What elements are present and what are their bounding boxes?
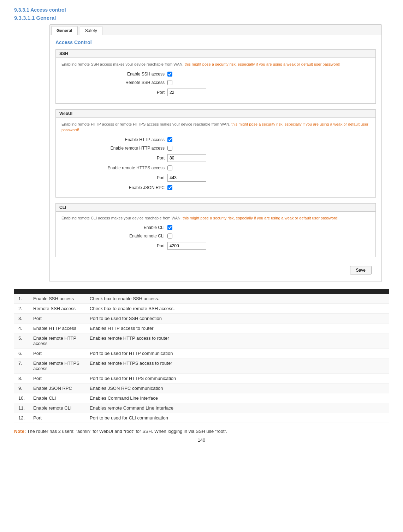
cli-port-input[interactable] (167, 242, 206, 250)
table-col3-header (85, 289, 389, 294)
ssh-enable-ssh-label: Enable SSH access (104, 72, 167, 77)
ssh-enable-ssh-row: Enable SSH access (61, 72, 370, 77)
table-row: 3. Port Port to be used for SSH connecti… (14, 314, 389, 324)
table-cell-name: Enable remote HTTP access (29, 333, 85, 349)
ssh-port-label: Port (104, 90, 167, 95)
description-table: 1. Enable SSH access Check box to enable… (14, 289, 389, 423)
table-cell-name: Enable remote HTTPS access (29, 358, 85, 374)
tab-safety[interactable]: Safety (80, 26, 102, 35)
table-cell-num: 3. (14, 314, 29, 324)
table-cell-name: Enable remote CLI (29, 403, 85, 413)
table-cell-desc: Enables Command Line Interface (85, 393, 389, 403)
webui-section-header: WebUI (56, 110, 375, 118)
webui-warning: Enabling remote HTTP access or remote HT… (61, 121, 370, 133)
cli-section-header: CLI (56, 204, 375, 212)
note-label: Note: (14, 429, 26, 434)
webui-json-rpc-row: Enable JSON RPC (61, 185, 370, 190)
webui-enable-http-label: Enable HTTP access (104, 137, 167, 142)
table-cell-num: 2. (14, 304, 29, 314)
tab-general[interactable]: General (51, 26, 78, 35)
webui-enable-http-checkbox[interactable] (167, 137, 172, 142)
ssh-port-input[interactable] (167, 89, 206, 96)
table-cell-num: 8. (14, 374, 29, 383)
table-cell-name: Enable HTTP access (29, 324, 85, 333)
webui-enable-http-row: Enable HTTP access (61, 137, 370, 142)
table-cell-desc: Port to be used for SSH connection (85, 314, 389, 324)
table-cell-num: 7. (14, 358, 29, 374)
webui-remote-https-row: Enable remote HTTPS access (61, 165, 370, 170)
cli-port-row: Port (61, 242, 370, 250)
save-button[interactable]: Save (350, 266, 372, 274)
tabs-bar: General Safety (50, 25, 381, 35)
webui-warning-normal: Enabling remote HTTP access or remote HT… (61, 122, 231, 126)
webui-json-rpc-checkbox[interactable] (167, 185, 172, 190)
table-cell-desc: Enables HTTP access to router (85, 324, 389, 333)
table-cell-desc: Check box to enable remote SSH access. (85, 304, 389, 314)
sub-heading: 9.3.3.1.1 General (14, 15, 389, 21)
webui-remote-http-checkbox[interactable] (167, 146, 172, 151)
webui-remote-https-checkbox[interactable] (167, 165, 172, 170)
cli-enable-cli-checkbox[interactable] (167, 225, 172, 230)
cli-warning-highlight: this might pose a security risk, especia… (183, 216, 338, 220)
ssh-remote-ssh-row: Remote SSH access (61, 80, 370, 85)
table-cell-name: Remote SSH access (29, 304, 85, 314)
table-row: 10. Enable CLI Enables Command Line Inte… (14, 393, 389, 403)
table-cell-name: Port (29, 374, 85, 383)
table-cell-name: Port (29, 314, 85, 324)
ssh-warning-highlight: this might pose a security risk, especia… (185, 62, 340, 66)
ssh-port-row: Port (61, 89, 370, 96)
table-row: 5. Enable remote HTTP access Enables rem… (14, 333, 389, 349)
table-cell-num: 10. (14, 393, 29, 403)
table-cell-name: Enable JSON RPC (29, 383, 85, 393)
ssh-remote-ssh-checkbox[interactable] (167, 80, 172, 85)
panel-body: Access Control SSH Enabling remote SSH a… (50, 35, 381, 282)
note: Note: The router has 2 users: “admin” fo… (14, 429, 389, 434)
table-cell-desc: Enables JSON RPC communication (85, 383, 389, 393)
webui-json-rpc-label: Enable JSON RPC (104, 185, 167, 190)
table-row: 9. Enable JSON RPC Enables JSON RPC comm… (14, 383, 389, 393)
ssh-section-body: Enabling remote SSH access makes your de… (56, 58, 375, 103)
ssh-warning-normal: Enabling remote SSH access makes your de… (61, 62, 185, 66)
cli-remote-cli-row: Enable remote CLI (61, 234, 370, 238)
cli-port-label: Port (104, 243, 167, 248)
table-cell-num: 12. (14, 413, 29, 423)
cli-warning-normal: Enabling remote CLI access makes your de… (61, 216, 183, 220)
webui-remote-http-row: Enable remote HTTP access (61, 146, 370, 151)
table-row: 12. Port Port to be used for CLI communi… (14, 413, 389, 423)
table-cell-desc: Port to be used for CLI communication (85, 413, 389, 423)
webui-https-port-row: Port (61, 174, 370, 182)
cli-remote-cli-checkbox[interactable] (167, 234, 172, 238)
cli-section: CLI Enabling remote CLI access makes you… (55, 203, 376, 258)
ssh-warning: Enabling remote SSH access makes your de… (61, 61, 370, 67)
table-row: 2. Remote SSH access Check box to enable… (14, 304, 389, 314)
cli-warning: Enabling remote CLI access makes your de… (61, 215, 370, 221)
table-col2-header (29, 289, 85, 294)
table-cell-num: 9. (14, 383, 29, 393)
webui-remote-http-label: Enable remote HTTP access (104, 146, 167, 151)
table-row: 11. Enable remote CLI Enables remote Com… (14, 403, 389, 413)
access-control-title: Access Control (55, 40, 376, 45)
ssh-section-header: SSH (56, 50, 375, 58)
webui-http-port-input[interactable] (167, 154, 206, 162)
table-col1-header (14, 289, 29, 294)
webui-http-port-label: Port (104, 156, 167, 161)
webui-https-port-input[interactable] (167, 174, 206, 182)
table-cell-num: 6. (14, 349, 29, 358)
table-cell-num: 4. (14, 324, 29, 333)
webui-section: WebUI Enabling remote HTTP access or rem… (55, 109, 376, 198)
table-cell-num: 1. (14, 294, 29, 304)
table-cell-desc: Enables remote HTTP access to router (85, 333, 389, 349)
table-cell-desc: Enables remote HTTPS access to router (85, 358, 389, 374)
ssh-remote-ssh-label: Remote SSH access (104, 80, 167, 85)
page-number: 140 (14, 437, 389, 443)
table-row: 7. Enable remote HTTPS access Enables re… (14, 358, 389, 374)
webui-section-body: Enabling remote HTTP access or remote HT… (56, 118, 375, 197)
cli-enable-cli-row: Enable CLI (61, 225, 370, 230)
ssh-enable-ssh-checkbox[interactable] (167, 72, 172, 77)
save-row: Save (55, 263, 376, 277)
table-cell-desc: Enables remote Command Line Interface (85, 403, 389, 413)
ssh-section: SSH Enabling remote SSH access makes you… (55, 49, 376, 104)
section-heading: 9.3.3.1 Access control (14, 7, 389, 13)
table-cell-desc: Check box to enable SSH access. (85, 294, 389, 304)
cli-section-body: Enabling remote CLI access makes your de… (56, 212, 375, 257)
